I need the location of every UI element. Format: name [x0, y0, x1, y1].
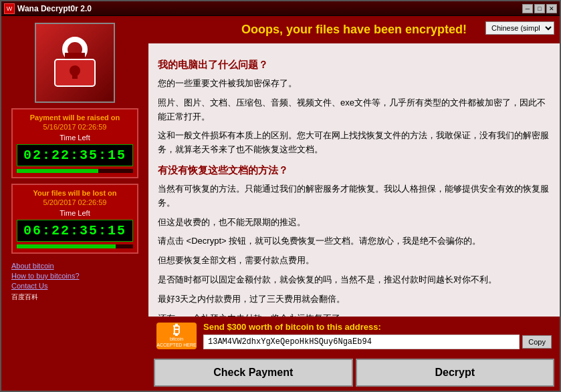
timer2-progress	[17, 244, 133, 248]
decrypt-button[interactable]: Decrypt	[356, 359, 555, 387]
right-panel: Ooops, your files have been encrypted! C…	[148, 16, 560, 391]
timer-box-1: Payment will be raised on 5/16/2017 02:2…	[11, 108, 138, 178]
close-button[interactable]: ✕	[546, 4, 557, 13]
main-window: W Wana Decrypt0r 2.0 ─ □ ✕	[0, 0, 561, 392]
lock-background	[36, 24, 114, 102]
content-para-9: 最好3天之内付款费用，过了三天费用就会翻倍。	[158, 292, 550, 307]
title-bar: W Wana Decrypt0r 2.0 ─ □ ✕	[1, 1, 560, 16]
content-para-7: 但想要恢复全部文档，需要付款点费用。	[158, 254, 550, 268]
content-heading-1: 我的电脑出了什么问题？	[158, 57, 550, 73]
bitcoin-text: bitcoinACCEPTED HERE	[156, 337, 197, 348]
about-bitcoin-link[interactable]: About bitcoin	[11, 262, 138, 270]
content-para-1: 您的一些重要文件被我加密保存了。	[158, 77, 550, 91]
bitcoin-section: ₿ bitcoinACCEPTED HERE Send $300 worth o…	[148, 317, 560, 355]
main-content: Payment will be raised on 5/16/2017 02:2…	[1, 16, 560, 391]
timer2-progress-fill	[17, 244, 116, 248]
bitcoin-logo: ₿ bitcoinACCEPTED HERE	[156, 323, 197, 349]
window-controls: ─ □ ✕	[522, 4, 557, 13]
timer2-label: Your files will be lost on	[17, 189, 133, 197]
lock-image	[35, 23, 115, 103]
bitcoin-right: Send $300 worth of bitcoin to this addre…	[203, 322, 552, 349]
how-to-buy-link[interactable]: How to buy bitcoins?	[11, 272, 138, 280]
timer1-date: 5/16/2017 02:26:59	[17, 123, 133, 131]
bottom-buttons: Check Payment Decrypt	[148, 355, 560, 391]
svg-rect-4	[72, 71, 78, 79]
baidu-logo: 百度百科	[11, 292, 138, 302]
header-title: Ooops, your files have been encrypted!	[241, 23, 467, 37]
minimize-button[interactable]: ─	[522, 4, 533, 13]
maximize-button[interactable]: □	[534, 4, 545, 13]
app-icon: W	[4, 3, 15, 14]
bitcoin-address-input[interactable]	[203, 335, 520, 349]
content-heading-2: 有没有恢复这些文档的方法？	[158, 162, 550, 178]
content-para-6: 请点击 <Decrypt> 按钮，就可以免费恢复一些文档。请您放心，我是绝不会骗…	[158, 234, 550, 248]
content-para-8: 是否随时都可以固定金额付款，就会恢复的吗，当然不是，推迟付款时间越长对你不利。	[158, 273, 550, 287]
address-row: Copy	[203, 335, 552, 349]
bitcoin-symbol: ₿	[173, 323, 180, 337]
language-select[interactable]: Chinese (simpl	[485, 21, 554, 35]
content-para-3: 这和一般文件损坏有本质上的区别。您大可在网上找找恢复文件的方法，我敢保证，没有我…	[158, 129, 550, 157]
content-para-2: 照片、图片、文档、压缩包、音频、视频文件、exe文件等，几乎所有类型的文件都被加…	[158, 96, 550, 124]
timer1-progress-fill	[17, 169, 98, 173]
window-title: Wana Decrypt0r 2.0	[17, 4, 522, 13]
timer-box-2: Your files will be lost on 5/20/2017 02:…	[11, 184, 138, 254]
timer2-display: 06:22:35:15	[17, 220, 133, 242]
contact-link[interactable]: Contact Us	[11, 282, 138, 290]
scroll-area[interactable]: 我的电脑出了什么问题？ 您的一些重要文件被我加密保存了。 照片、图片、文档、压缩…	[148, 43, 560, 317]
timer1-progress	[17, 169, 133, 173]
timer1-time-label: Time Left	[17, 134, 133, 142]
check-payment-button[interactable]: Check Payment	[154, 359, 353, 387]
top-header: Ooops, your files have been encrypted! C…	[148, 16, 560, 43]
timer1-label: Payment will be raised on	[17, 114, 133, 122]
timer2-date: 5/20/2017 02:26:59	[17, 198, 133, 206]
timer2-time-label: Time Left	[17, 209, 133, 217]
send-label: Send $300 worth of bitcoin to this addre…	[203, 322, 552, 332]
content-para-4: 当然有可恢复的方法。只能通过我们的解密服务才能恢复。我以人格担保，能够提供安全有…	[158, 182, 550, 210]
timer1-display: 02:22:35:15	[17, 144, 133, 166]
links-section: About bitcoin How to buy bitcoins? Conta…	[11, 262, 138, 302]
content-para-10: 还有，一个礼拜之内未付款，将会永远恢复不了。	[158, 312, 550, 317]
copy-button[interactable]: Copy	[522, 335, 552, 349]
content-para-5: 但这是收费的，也不能无限期的推迟。	[158, 216, 550, 230]
lock-icon	[51, 36, 98, 89]
left-panel: Payment will be raised on 5/16/2017 02:2…	[1, 16, 148, 391]
